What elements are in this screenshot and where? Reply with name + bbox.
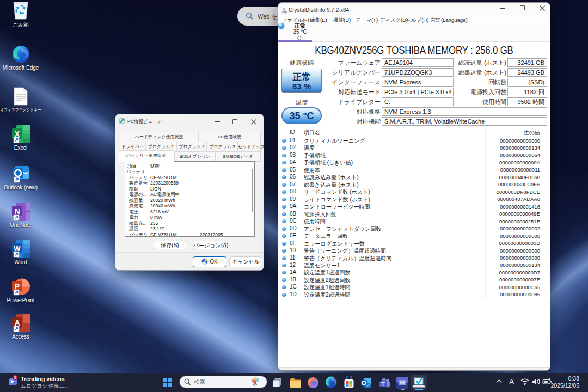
svg-text:P: P bbox=[14, 282, 19, 291]
svg-text:N: N bbox=[14, 207, 20, 216]
svg-text:A: A bbox=[14, 318, 20, 327]
svg-text:X: X bbox=[14, 130, 20, 138]
